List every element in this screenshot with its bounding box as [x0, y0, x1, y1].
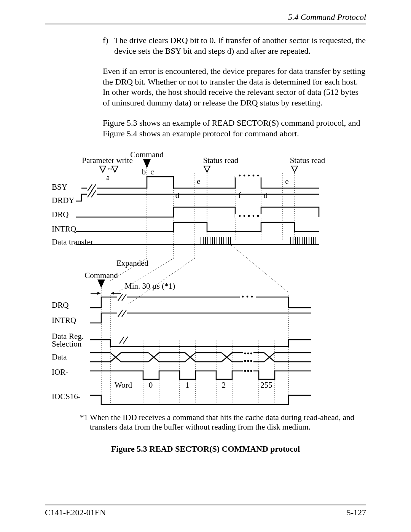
- signal-label-bsy: BSY: [52, 182, 67, 192]
- ellipsis-icon: [235, 214, 262, 218]
- marker-e: e: [197, 177, 200, 186]
- word-1: 1: [185, 380, 190, 390]
- label-min30: Min. 30 µs (*1): [125, 281, 175, 291]
- word-2: 2: [222, 380, 226, 390]
- body-text: f) The drive clears DRQ bit to 0. If tra…: [103, 35, 366, 139]
- expansion-line: [231, 245, 288, 292]
- label-status-read: Status read: [290, 156, 325, 165]
- word-255: 255: [260, 380, 272, 390]
- label-word: Word: [115, 380, 132, 390]
- svg-marker-44: [97, 292, 100, 295]
- list-item-f: f) The drive clears DRQ bit to 0. If tra…: [103, 35, 366, 56]
- marker-f: f: [239, 191, 241, 200]
- paragraph: Even if an error is encountered, the dev…: [103, 66, 366, 108]
- svg-point-51: [247, 296, 249, 298]
- svg-point-80: [250, 360, 252, 362]
- footnote-text: When the IDD receives a command that hit…: [90, 413, 366, 432]
- page: 5.4 Command Protocol f) The drive clears…: [0, 0, 411, 532]
- break-icon: [117, 294, 127, 301]
- marker-d: d: [175, 191, 180, 200]
- label-command: Command: [130, 152, 164, 159]
- svg-point-82: [247, 370, 249, 372]
- signal-label-iocs16: IOCS16-: [52, 392, 81, 401]
- marker-c: c: [150, 167, 154, 176]
- page-footer: C141-E202-01EN 5-127: [45, 505, 366, 518]
- signal-label-drdy: DRDY: [52, 196, 75, 205]
- svg-point-83: [250, 370, 252, 372]
- page-number: 5-127: [347, 508, 366, 518]
- svg-point-52: [251, 296, 253, 298]
- ellipsis-icon: [240, 295, 256, 299]
- svg-point-77: [250, 353, 252, 355]
- list-marker: f): [103, 35, 114, 56]
- break-icon: [87, 190, 97, 197]
- paragraph: Figure 5.3 shows an example of READ SECT…: [103, 118, 366, 139]
- signal-label-drq: DRQ: [52, 210, 68, 219]
- diagram-svg: Parameter write Command Status read Stat…: [45, 152, 366, 411]
- signal-label-data: Data transfer: [52, 237, 93, 246]
- break-icon: [119, 337, 129, 343]
- break-icon: [117, 310, 127, 317]
- hollow-triangle-icon: [100, 166, 106, 172]
- svg-point-78: [244, 360, 246, 362]
- rule-bottom: [45, 505, 366, 505]
- marker-a: a: [106, 173, 110, 182]
- svg-point-7: [253, 175, 255, 177]
- svg-point-14: [244, 215, 245, 217]
- filled-triangle-icon: [97, 280, 105, 288]
- svg-point-16: [253, 215, 255, 217]
- svg-point-15: [248, 215, 250, 217]
- signal-label-intrq: INTRQ: [52, 316, 76, 325]
- doc-number: C141-E202-01EN: [45, 508, 106, 518]
- data-burst: [201, 237, 316, 244]
- svg-point-50: [242, 296, 244, 298]
- svg-point-4: [239, 175, 241, 177]
- drq-waveform: [76, 207, 319, 217]
- rule-top: [45, 24, 366, 24]
- svg-point-79: [247, 360, 249, 362]
- label-expanded: Expanded: [116, 259, 148, 268]
- ior-waveform: [90, 371, 311, 379]
- svg-point-17: [257, 215, 259, 217]
- signal-label-drq: DRQ: [52, 300, 68, 310]
- hollow-triangle-icon: [292, 166, 298, 172]
- signal-label-datareg2: Selection: [52, 339, 82, 348]
- footnote-marker: *1: [80, 413, 90, 432]
- svg-point-5: [244, 175, 245, 177]
- svg-point-75: [244, 353, 246, 355]
- svg-marker-45: [111, 292, 114, 295]
- svg-point-76: [247, 353, 249, 355]
- ellipsis-icon: [244, 370, 252, 372]
- section-header: 5.4 Command Protocol: [45, 12, 366, 22]
- ellipsis-icon: [244, 353, 252, 362]
- signal-label-data: Data: [52, 352, 67, 361]
- tilde: ~: [108, 164, 112, 173]
- data-bus: [90, 353, 311, 362]
- marker-d: d: [264, 191, 268, 200]
- svg-point-13: [239, 215, 241, 217]
- label-parameter-write: Parameter write: [82, 156, 133, 165]
- hollow-triangle-icon: [204, 166, 210, 172]
- svg-point-6: [248, 175, 250, 177]
- marker-b: b: [142, 167, 146, 176]
- figure-caption: Figure 5.3 READ SECTOR(S) COMMAND protoc…: [45, 444, 366, 454]
- break-icon: [87, 184, 97, 191]
- hollow-triangle-icon: [112, 166, 118, 172]
- signal-label-intrq: INTRQ: [52, 224, 76, 233]
- svg-point-8: [257, 175, 259, 177]
- ellipsis-icon: [235, 174, 262, 177]
- svg-point-81: [244, 370, 246, 372]
- label-status-read: Status read: [203, 156, 239, 165]
- label-command: Command: [84, 271, 118, 280]
- iocs16-waveform: [90, 395, 311, 404]
- footnote: *1 When the IDD receives a command that …: [80, 413, 366, 432]
- timing-diagram: Parameter write Command Status read Stat…: [45, 152, 366, 411]
- word-0: 0: [149, 380, 153, 390]
- signal-label-ior: IOR-: [52, 367, 68, 377]
- list-text: The drive clears DRQ bit to 0. If transf…: [114, 35, 366, 56]
- marker-e: e: [285, 177, 288, 186]
